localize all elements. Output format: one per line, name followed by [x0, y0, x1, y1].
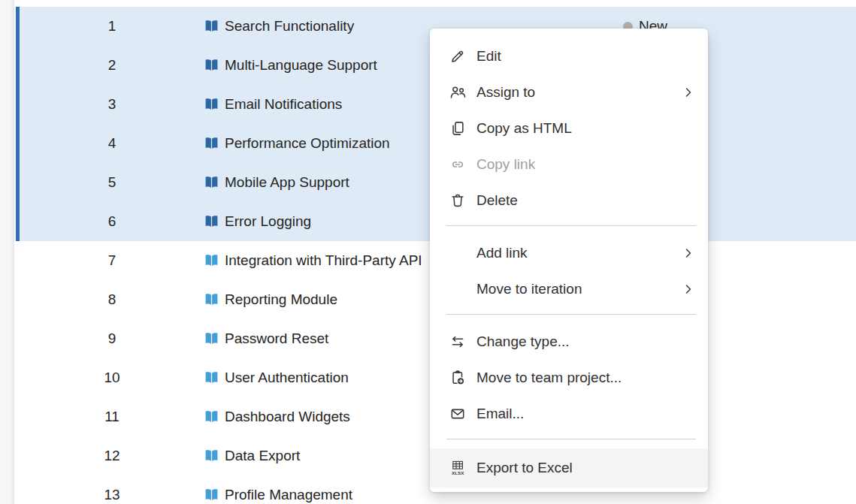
work-item-title-group: Performance Optimization [204, 135, 390, 152]
menu-item-icon [449, 281, 466, 297]
menu-item-label: Copy as HTML [476, 120, 694, 137]
link-icon [449, 156, 466, 173]
menu-item-label: Delete [476, 192, 694, 209]
menu-item-label: Export to Excel [476, 460, 694, 476]
user-story-icon [204, 97, 219, 113]
work-item-title[interactable]: Multi-Language Support [225, 57, 377, 74]
work-item-title[interactable]: Dashboard Widgets [225, 409, 350, 425]
menu-divider [446, 225, 696, 226]
chevron-right-icon [682, 86, 694, 98]
menu-item-export-to-excel[interactable]: XLSX Export to Excel [430, 448, 708, 487]
work-item-title-group: Password Reset [204, 330, 328, 347]
user-story-icon [204, 58, 219, 74]
work-item-id: 10 [89, 370, 135, 386]
menu-item-label: Add link [476, 245, 682, 261]
work-item-title-group: Data Export [204, 448, 300, 464]
work-item-title-group: User Authentication [204, 370, 349, 386]
work-item-title-group: Search Functionality [204, 18, 354, 35]
people-icon [449, 84, 466, 101]
chevron-right-icon [682, 283, 694, 295]
user-story-icon [204, 487, 219, 503]
work-item-id: 4 [89, 135, 135, 152]
menu-item-add-link[interactable]: Add link [430, 235, 708, 271]
work-item-title-group: Email Notifications [204, 96, 342, 113]
menu-item-copy-as-html[interactable]: Copy as HTML [430, 110, 708, 146]
menu-item-label: Assign to [476, 84, 682, 101]
work-items-screen: 1 Search Functionality New 2 Mu [0, 0, 856, 504]
trash-icon [449, 192, 466, 209]
work-item-title[interactable]: Error Logging [225, 213, 311, 230]
work-item-title-group: Reporting Module [204, 291, 337, 308]
work-item-title[interactable]: Data Export [225, 448, 300, 464]
left-panel-edge [0, 0, 14, 504]
move-team-project-icon [449, 370, 466, 386]
edit-icon [449, 48, 466, 65]
menu-item-copy-link: Copy link [430, 146, 708, 183]
user-story-icon [204, 370, 219, 386]
menu-item-label: Change type... [476, 333, 694, 350]
work-item-id: 9 [89, 330, 135, 347]
user-story-icon [204, 409, 219, 425]
work-item-title-group: Mobile App Support [204, 174, 349, 191]
work-item-id: 6 [89, 213, 135, 230]
work-item-title[interactable]: Integration with Third-Party API [225, 252, 422, 269]
user-story-icon [204, 214, 219, 230]
work-item-id: 11 [89, 409, 135, 425]
work-item-title-group: Dashboard Widgets [204, 409, 350, 425]
work-item-id: 3 [89, 96, 135, 113]
menu-divider [446, 439, 696, 439]
menu-item-label: Email... [476, 406, 694, 422]
menu-divider [446, 314, 696, 315]
export-excel-icon: XLSX [449, 460, 466, 476]
work-item-title[interactable]: User Authentication [225, 370, 349, 386]
menu-item-label: Edit [476, 48, 694, 65]
work-item-title-group: Multi-Language Support [204, 57, 377, 74]
work-item-title[interactable]: Performance Optimization [225, 135, 390, 152]
context-menu: Edit Assign to Copy as HTML Copy link De… [430, 29, 708, 492]
user-story-icon [204, 253, 219, 269]
menu-item-label: Move to team project... [476, 370, 694, 386]
work-item-title[interactable]: Mobile App Support [225, 174, 349, 191]
menu-item-move-to-team-project[interactable]: Move to team project... [430, 360, 708, 396]
user-story-icon [204, 331, 219, 347]
copy-icon [449, 120, 466, 137]
work-item-title-group: Integration with Third-Party API [204, 252, 422, 269]
work-item-id: 1 [89, 18, 135, 35]
menu-item-delete[interactable]: Delete [430, 183, 708, 219]
menu-item-edit[interactable]: Edit [430, 38, 708, 74]
work-item-id: 8 [89, 291, 135, 308]
work-item-title-group: Profile Management [204, 487, 352, 503]
user-story-icon [204, 136, 219, 152]
menu-item-label: Move to iteration [476, 281, 682, 297]
menu-item-assign-to[interactable]: Assign to [430, 74, 708, 110]
work-item-id: 12 [89, 448, 135, 464]
menu-item-icon [449, 245, 466, 261]
work-item-title-group: Error Logging [204, 213, 311, 230]
change-type-icon [449, 333, 466, 350]
menu-item-label: Copy link [476, 156, 694, 173]
menu-item-email[interactable]: Email... [430, 396, 708, 432]
menu-item-move-to-iteration[interactable]: Move to iteration [430, 271, 708, 307]
work-item-id: 2 [89, 57, 135, 74]
work-item-id: 13 [89, 487, 135, 503]
user-story-icon [204, 19, 219, 35]
work-item-title[interactable]: Search Functionality [225, 18, 354, 35]
email-icon [449, 406, 466, 422]
user-story-icon [204, 292, 219, 308]
user-story-icon [204, 448, 219, 464]
menu-item-change-type[interactable]: Change type... [430, 324, 708, 360]
chevron-right-icon [682, 247, 694, 259]
svg-text:XLSX: XLSX [452, 470, 464, 475]
work-item-title[interactable]: Email Notifications [225, 96, 342, 113]
user-story-icon [204, 175, 219, 191]
work-item-id: 7 [89, 252, 135, 269]
work-item-title[interactable]: Reporting Module [225, 291, 337, 308]
work-item-title[interactable]: Password Reset [225, 330, 328, 347]
work-item-id: 5 [89, 174, 135, 191]
work-item-title[interactable]: Profile Management [225, 487, 352, 503]
